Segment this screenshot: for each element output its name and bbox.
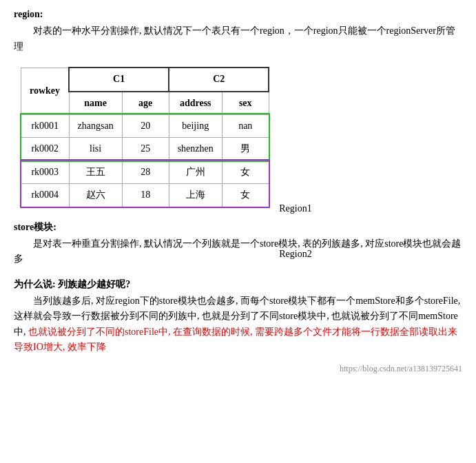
rk0002-rowkey: rk0002 xyxy=(21,138,70,161)
rowkey-header: rowkey xyxy=(21,68,70,114)
c1-header: C1 xyxy=(69,68,169,91)
table-row: rk0002 lisi 25 shenzhen 男 xyxy=(21,138,269,161)
rk0002-name: lisi xyxy=(69,138,122,161)
region-title: region: xyxy=(14,7,462,22)
c2-header: C2 xyxy=(169,68,269,91)
rk0002-sex: 男 xyxy=(222,138,269,161)
address-subheader: address xyxy=(169,92,222,115)
rk0004-sex: 女 xyxy=(222,184,269,207)
region-section: region: 对表的一种水平分割操作, 默认情况下一个表只有一个region，… xyxy=(14,7,462,54)
rk0002-age: 25 xyxy=(122,138,169,161)
table-area: rowkey C1 C2 name age address sex rk0001… xyxy=(21,67,269,207)
rk0001-name: zhangsan xyxy=(69,114,122,137)
rk0001-rowkey: rk0001 xyxy=(21,114,70,137)
name-subheader: name xyxy=(69,92,122,115)
why-section: 为什么说: 列族越少越好呢? 当列族越多后, 对应region下的store模块… xyxy=(14,277,462,356)
rk0004-rowkey: rk0004 xyxy=(21,184,70,207)
table-row: rk0001 zhangsan 20 beijing nan xyxy=(21,114,269,137)
region-description: 对表的一种水平分割操作, 默认情况下一个表只有一个region，一个region… xyxy=(14,23,462,54)
rk0004-age: 18 xyxy=(122,184,169,207)
rk0001-sex: nan xyxy=(222,114,269,137)
table-container: rowkey C1 C2 name age address sex rk0001… xyxy=(21,67,462,207)
table-row: rk0004 赵六 18 上海 女 xyxy=(21,184,269,207)
age-subheader: age xyxy=(122,92,169,115)
rk0003-rowkey: rk0003 xyxy=(21,161,70,183)
store-title: store模块: xyxy=(14,220,462,235)
rk0001-age: 20 xyxy=(122,114,169,137)
data-table: rowkey C1 C2 name age address sex rk0001… xyxy=(21,67,269,207)
rk0003-name: 王五 xyxy=(69,161,122,183)
why-text-red: 也就说被分到了不同的storeFile中, 在查询数据的时候, 需要跨越多个文件… xyxy=(14,327,457,352)
region2-label: Region2 xyxy=(279,247,311,262)
store-section: store模块: 是对表一种垂直分割操作, 默认情况一个列族就是一个store模… xyxy=(14,220,462,267)
rk0001-address: beijing xyxy=(169,114,222,137)
rk0004-name: 赵六 xyxy=(69,184,122,207)
rk0003-age: 28 xyxy=(122,161,169,183)
rk0003-sex: 女 xyxy=(222,161,269,183)
table-row: rk0003 王五 28 广州 女 xyxy=(21,161,269,183)
sex-subheader: sex xyxy=(222,92,269,115)
rk0003-address: 广州 xyxy=(169,161,222,183)
region1-label: Region1 xyxy=(279,201,311,216)
footer-url: https://blog.csdn.net/a138139725641 xyxy=(14,362,462,375)
rk0004-address: 上海 xyxy=(169,184,222,207)
why-title: 为什么说: 列族越少越好呢? xyxy=(14,277,462,292)
why-paragraph: 当列族越多后, 对应region下的store模块也会越多, 而每个store模… xyxy=(14,294,462,356)
store-description: 是对表一种垂直分割操作, 默认情况一个列族就是一个store模块, 表的列族越多… xyxy=(14,236,462,267)
rk0002-address: shenzhen xyxy=(169,138,222,161)
